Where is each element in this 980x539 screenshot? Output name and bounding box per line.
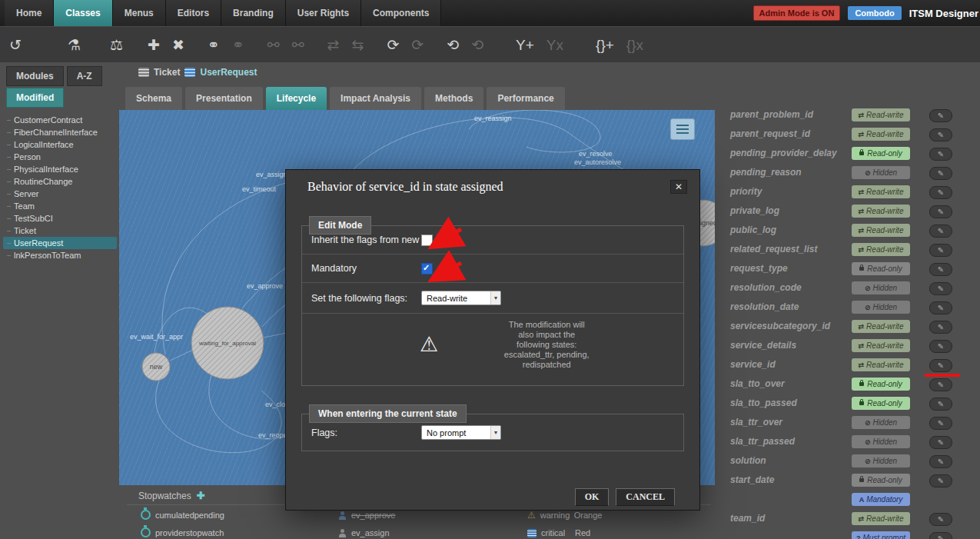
sidebar-tab-modified[interactable]: Modified bbox=[6, 88, 64, 108]
flag-badge: ⇄Read-write bbox=[852, 128, 910, 141]
mandatory-checkbox[interactable] bbox=[421, 263, 433, 274]
edit-flags-button[interactable]: ✎ bbox=[929, 532, 952, 539]
style-item-critical[interactable]: criticalRed bbox=[527, 528, 590, 537]
tab-presentation[interactable]: Presentation bbox=[185, 87, 263, 110]
field-name: public_log bbox=[730, 225, 776, 235]
field-row-resolution-date: resolution_date⊘Hidden✎ bbox=[723, 298, 980, 318]
transition-label-ev-autoresolve[interactable]: ev_autoresolve bbox=[574, 158, 621, 166]
inherit-flags-checkbox[interactable] bbox=[421, 235, 433, 246]
tab-impact-analysis[interactable]: Impact Analysis bbox=[330, 87, 421, 110]
move-relation-icon[interactable]: ⇆ bbox=[351, 38, 364, 52]
event-item-ev-assign[interactable]: ev_assign bbox=[338, 528, 390, 537]
nav-item-user-rights[interactable]: User Rights bbox=[286, 0, 361, 26]
nav-item-home[interactable]: Home bbox=[5, 0, 54, 26]
edit-flags-button[interactable]: ✎ bbox=[929, 340, 952, 353]
close-icon[interactable]: ✕ bbox=[670, 180, 687, 194]
edit-flags-button[interactable]: ✎ bbox=[929, 301, 952, 314]
experiment-icon[interactable]: ⚗ bbox=[68, 38, 81, 52]
nav-item-menus[interactable]: Menus bbox=[113, 0, 166, 26]
transition-label-ev-resolve[interactable]: ev_resolve bbox=[579, 150, 613, 158]
sidebar-item-logicalinterface[interactable]: LogicalInterface bbox=[3, 138, 117, 151]
edit-flags-button[interactable]: ✎ bbox=[929, 244, 952, 257]
sidebar-item-physicalinterface[interactable]: PhysicalInterface bbox=[3, 163, 117, 175]
sidebar-tab-a-z[interactable]: A-Z bbox=[67, 66, 102, 86]
add-field-icon[interactable]: ⚭ bbox=[208, 38, 220, 52]
edit-flags-button[interactable]: ✎ bbox=[929, 513, 952, 526]
edit-flags-button[interactable]: ✎ bbox=[929, 128, 952, 141]
sidebar-item-team[interactable]: Team bbox=[3, 200, 117, 212]
tab-lifecycle[interactable]: Lifecycle bbox=[266, 87, 327, 110]
edit-flags-button[interactable]: ✎ bbox=[929, 282, 952, 295]
transition-label-ev-reassign[interactable]: ev_reassign bbox=[474, 115, 512, 122]
remove-field-icon[interactable]: ⚭ bbox=[232, 38, 244, 52]
add-stopwatch-icon[interactable]: ✚ bbox=[197, 490, 205, 501]
edit-flags-button[interactable]: ✎ bbox=[929, 378, 952, 391]
add-method-icon[interactable]: {}+ bbox=[596, 38, 614, 52]
delete-icon[interactable]: ✖ bbox=[172, 38, 184, 52]
stopwatch-item-providerstopwatch[interactable]: providerstopwatch bbox=[141, 527, 224, 537]
remove-state-icon[interactable]: ⟳ bbox=[411, 38, 424, 52]
sidebar-tab-modules[interactable]: Modules bbox=[6, 66, 64, 86]
tab-performance[interactable]: Performance bbox=[487, 87, 564, 110]
transition-label-ev-assign[interactable]: ev_assign bbox=[256, 171, 287, 178]
edit-flags-button[interactable]: ✎ bbox=[929, 398, 952, 411]
edit-flags-button[interactable]: ✎ bbox=[929, 205, 952, 218]
add-link-icon[interactable]: ⚯ bbox=[267, 38, 280, 52]
remove-method-icon[interactable]: {}x bbox=[626, 38, 643, 52]
transition-label-ev-timeout[interactable]: ev_timeout bbox=[242, 185, 277, 193]
event-item-ev-approve[interactable]: ev_approve bbox=[338, 511, 396, 520]
style-item-warning[interactable]: ⚠warningOrange bbox=[527, 511, 602, 520]
field-row-start-date: start_dateRead-only✎ bbox=[723, 471, 980, 491]
remove-branch-icon[interactable]: Yx bbox=[546, 38, 563, 52]
edit-flags-button[interactable]: ✎ bbox=[929, 167, 952, 180]
cancel-button[interactable]: CANCEL bbox=[616, 488, 675, 506]
edit-flags-button[interactable]: ✎ bbox=[929, 436, 952, 449]
tab-methods[interactable]: Methods bbox=[424, 87, 483, 110]
add-icon[interactable]: ✚ bbox=[148, 38, 160, 52]
edit-flags-button[interactable]: ✎ bbox=[929, 186, 952, 199]
sidebar-item-fiberchannelinterface[interactable]: FiberChannelInterface bbox=[3, 126, 117, 138]
field-row-service-details: service_details⇄Read-write✎ bbox=[723, 337, 980, 356]
edit-flags-button[interactable]: ✎ bbox=[929, 225, 952, 238]
transition-label-ev-wait-for-appr[interactable]: ev_wait_for_appr bbox=[130, 333, 183, 341]
prompt-select[interactable]: No prompt ▾ bbox=[421, 425, 501, 440]
nav-item-classes[interactable]: Classes bbox=[54, 0, 112, 26]
ok-button[interactable]: OK bbox=[575, 488, 610, 506]
sidebar-item-person[interactable]: Person bbox=[3, 151, 117, 163]
sidebar-item-testsubci[interactable]: TestSubCI bbox=[3, 212, 117, 225]
remove-link-icon[interactable]: ⚯ bbox=[292, 38, 304, 52]
stopwatch-item-cumulatedpending[interactable]: cumulatedpending bbox=[141, 510, 224, 520]
remove-transition-icon[interactable]: ⟲ bbox=[471, 38, 483, 52]
sidebar-item-lnkpersontoteam[interactable]: lnkPersonToTeam bbox=[3, 249, 117, 261]
edit-flags-button[interactable]: ✎ bbox=[929, 474, 952, 487]
sidebar-item-server[interactable]: Server bbox=[3, 188, 117, 200]
nav-item-branding[interactable]: Branding bbox=[221, 0, 286, 26]
flag-badge: Read-only bbox=[852, 262, 910, 275]
compare-icon[interactable]: ⚖ bbox=[110, 38, 123, 52]
flags-select[interactable]: Read-write ▾ bbox=[421, 291, 501, 305]
diagram-list-button[interactable] bbox=[670, 118, 695, 140]
edit-relation-icon[interactable]: ⇄ bbox=[327, 38, 340, 52]
sidebar-item-userrequest[interactable]: UserRequest bbox=[3, 237, 117, 249]
add-branch-icon[interactable]: Y+ bbox=[516, 38, 534, 52]
sidebar-item-routinechange[interactable]: RoutineChange bbox=[3, 175, 117, 188]
edit-flags-button[interactable]: ✎ bbox=[929, 263, 952, 276]
tab-schema[interactable]: Schema bbox=[125, 87, 182, 110]
edit-flags-button[interactable]: ✎ bbox=[929, 109, 952, 122]
undo-icon[interactable]: ↺ bbox=[9, 38, 22, 52]
nav-item-components[interactable]: Components bbox=[361, 0, 441, 26]
transition-label-ev-approve[interactable]: ev_approve bbox=[247, 282, 283, 290]
edit-flags-button[interactable]: ✎ bbox=[929, 148, 952, 161]
breadcrumb-current[interactable]: UserRequest bbox=[200, 67, 257, 78]
list-icon bbox=[676, 125, 689, 134]
edit-flags-button[interactable]: ✎ bbox=[929, 359, 952, 372]
sidebar-item-ticket[interactable]: Ticket bbox=[3, 225, 117, 237]
add-state-icon[interactable]: ⟳ bbox=[387, 38, 399, 52]
sidebar-item-customercontract[interactable]: CustomerContract bbox=[3, 114, 117, 126]
edit-flags-button[interactable]: ✎ bbox=[929, 417, 952, 430]
nav-item-editors[interactable]: Editors bbox=[166, 0, 221, 26]
breadcrumb-parent[interactable]: Ticket bbox=[154, 67, 180, 78]
edit-flags-button[interactable]: ✎ bbox=[929, 321, 952, 334]
add-transition-icon[interactable]: ⟲ bbox=[447, 38, 459, 52]
edit-flags-button[interactable]: ✎ bbox=[929, 455, 952, 468]
